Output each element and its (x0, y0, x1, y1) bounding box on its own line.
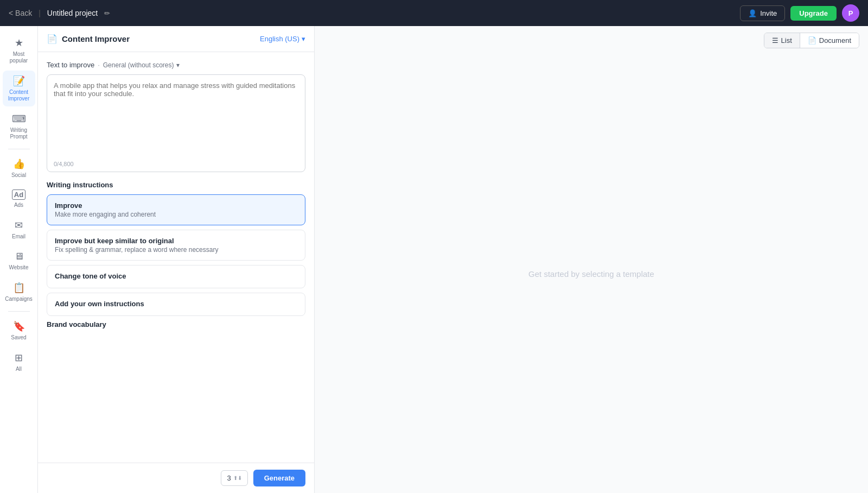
mode-label: General (without scores) (103, 61, 174, 69)
separator: | (39, 9, 41, 17)
ads-icon: Ad (12, 189, 25, 200)
sidebar: ★ Most popular 📝 Content Improver ⌨ Writ… (0, 26, 38, 493)
sidebar-item-label: All (16, 366, 22, 372)
list-icon: ☰ (772, 36, 778, 45)
sidebar-item-label: Social (11, 172, 26, 179)
left-panel-body: Text to improve · General (without score… (38, 52, 314, 463)
language-label: English (US) (260, 35, 299, 43)
sidebar-item-label: Ads (14, 202, 23, 208)
sidebar-item-label: Website (9, 264, 29, 271)
document-icon: 📄 (808, 36, 816, 45)
sidebar-item-label: Writing Prompt (6, 127, 32, 140)
sidebar-item-ads[interactable]: Ad Ads (3, 185, 35, 213)
thumbs-up-icon: 👍 (13, 158, 25, 170)
stepper-arrows-icon: ⬆⬇ (233, 475, 242, 481)
list-view-button[interactable]: ☰ List (764, 33, 800, 48)
text-to-improve-label: Text to improve (47, 61, 94, 69)
sidebar-item-label: Email (12, 233, 25, 240)
instruction-card-improve-keep[interactable]: Improve but keep similar to original Fix… (47, 230, 305, 261)
sidebar-divider-2 (8, 311, 30, 312)
generate-count: 3 (227, 474, 231, 482)
saved-icon: 🔖 (13, 320, 25, 332)
sidebar-item-content-improver[interactable]: 📝 Content Improver (3, 71, 35, 106)
writing-instructions-label: Writing instructions (47, 181, 305, 189)
grid-icon: ⊞ (15, 352, 23, 364)
website-icon: 🖥 (14, 251, 24, 262)
sidebar-divider (8, 149, 30, 149)
sidebar-item-writing-prompt[interactable]: ⌨ Writing Prompt (3, 109, 35, 144)
tool-title: 📄 Content Improver (47, 34, 130, 44)
star-icon: ★ (15, 37, 23, 49)
left-panel-header: 📄 Content Improver English (US) ▾ (38, 26, 314, 52)
view-toggle: ☰ List 📄 Document (764, 33, 859, 48)
topnav-right: 👤 Invite Upgrade P (740, 4, 859, 22)
sidebar-item-label: Content Improver (6, 89, 32, 102)
language-selector[interactable]: English (US) ▾ (260, 35, 305, 43)
email-icon: ✉ (15, 219, 23, 231)
left-panel-footer: 3 ⬆⬇ Generate (38, 463, 314, 493)
instruction-subtitle: Make more engaging and coherent (55, 211, 297, 218)
char-count: 0/4,800 (54, 161, 74, 167)
tool-name: Content Improver (62, 34, 130, 43)
instruction-card-custom[interactable]: Add your own instructions (47, 293, 305, 316)
chevron-down-icon: ▾ (176, 61, 180, 69)
tool-icon: 📄 (47, 34, 58, 44)
left-panel: 📄 Content Improver English (US) ▾ Text t… (38, 26, 315, 493)
text-to-improve-section: Text to improve · General (without score… (47, 61, 305, 69)
instruction-title: Improve (55, 201, 297, 210)
sidebar-item-all[interactable]: ⊞ All (3, 347, 35, 377)
instruction-title: Add your own instructions (55, 300, 297, 308)
document-view-button[interactable]: 📄 Document (800, 33, 859, 48)
generate-button[interactable]: Generate (253, 470, 305, 486)
sidebar-item-social[interactable]: 👍 Social (3, 154, 35, 183)
sidebar-item-email[interactable]: ✉ Email (3, 215, 35, 244)
campaigns-icon: 📋 (13, 282, 25, 294)
empty-message: Get started by selecting a template (528, 269, 654, 279)
sidebar-item-saved[interactable]: 🔖 Saved (3, 316, 35, 345)
sidebar-item-website[interactable]: 🖥 Website (3, 246, 35, 275)
sidebar-item-campaigns[interactable]: 📋 Campaigns (3, 277, 35, 307)
avatar[interactable]: P (842, 4, 859, 22)
right-panel-empty: Get started by selecting a template (315, 55, 868, 493)
back-button[interactable]: < Back (9, 9, 32, 17)
main-layout: ★ Most popular 📝 Content Improver ⌨ Writ… (0, 26, 868, 493)
sidebar-item-label: Saved (11, 334, 26, 341)
instruction-card-improve[interactable]: Improve Make more engaging and coherent (47, 194, 305, 225)
invite-user-icon: 👤 (748, 9, 757, 17)
brand-vocabulary-label: Brand vocabulary (47, 320, 305, 328)
top-navigation: < Back | Untitled project ✏ 👤 Invite Upg… (0, 0, 868, 26)
right-panel-toolbar: ☰ List 📄 Document (315, 26, 868, 55)
sidebar-item-most-popular[interactable]: ★ Most popular (3, 33, 35, 68)
text-input-area: 0/4,800 (47, 74, 305, 172)
edit-title-icon[interactable]: ✏ (104, 9, 110, 17)
document-label: Document (819, 36, 851, 45)
count-stepper[interactable]: 3 ⬆⬇ (221, 470, 247, 486)
topnav-left: < Back | Untitled project ✏ (9, 9, 110, 17)
sidebar-item-label: Most popular (6, 51, 32, 64)
sidebar-item-label: Campaigns (5, 296, 33, 302)
project-title: Untitled project (47, 9, 98, 17)
text-to-improve-input[interactable] (54, 81, 298, 163)
right-panel: ☰ List 📄 Document Get started by selecti… (315, 26, 868, 493)
instruction-title: Change tone of voice (55, 272, 297, 280)
instruction-card-change-tone[interactable]: Change tone of voice (47, 265, 305, 288)
mode-dropdown[interactable]: General (without scores) ▾ (103, 61, 180, 69)
keyboard-icon: ⌨ (12, 113, 26, 125)
chevron-down-icon: ▾ (302, 35, 305, 43)
invite-label: Invite (760, 9, 777, 17)
upgrade-button[interactable]: Upgrade (790, 6, 837, 21)
instruction-subtitle: Fix spelling & grammar, replace a word w… (55, 246, 297, 254)
document-icon: 📝 (13, 75, 25, 87)
instruction-title: Improve but keep similar to original (55, 237, 297, 245)
invite-button[interactable]: 👤 Invite (740, 5, 785, 21)
list-label: List (781, 36, 792, 45)
